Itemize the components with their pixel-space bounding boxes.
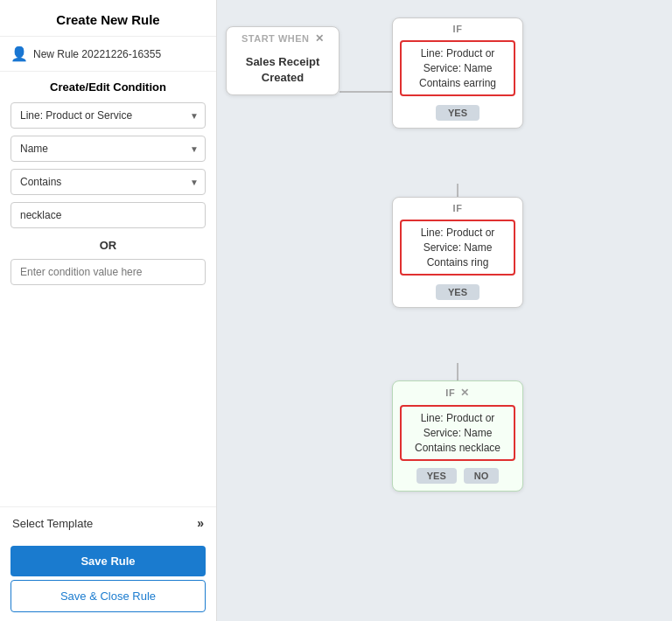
if-node-1: IF Line: Product or Service: Name Contai… [392, 17, 523, 129]
or-label: OR [0, 232, 216, 255]
if-node-2-yes-btn[interactable]: YES [436, 284, 480, 300]
panel-title: Create New Rule [0, 0, 216, 37]
start-when-label: START WHEN [242, 33, 310, 44]
left-panel: Create New Rule 👤 New Rule 20221226-1635… [0, 0, 217, 621]
if-node-3-header: IF ✕ [393, 381, 522, 401]
start-when-node: START WHEN ✕ Sales Receipt Created [226, 26, 340, 95]
name-dropdown[interactable]: Name Description SKU [10, 136, 206, 162]
save-close-rule-button[interactable]: Save & Close Rule [10, 580, 206, 612]
condition-placeholder-input[interactable] [10, 259, 206, 285]
flow-canvas: START WHEN ✕ Sales Receipt Created IF Li… [217, 0, 672, 621]
if-node-3-yes-btn[interactable]: YES [416, 468, 457, 484]
if-node-3-close-icon[interactable]: ✕ [460, 387, 470, 399]
contains-dropdown[interactable]: Contains Equals Starts with Ends with [10, 169, 206, 195]
if-node-2-header: IF [393, 198, 522, 216]
if-node-3-condition: Line: Product or Service: Name Contains … [400, 405, 515, 461]
start-when-body: Sales Receipt Created [227, 47, 339, 94]
value-input[interactable] [10, 202, 206, 228]
if-node-1-header: IF [393, 18, 522, 37]
if-node-3-no-btn[interactable]: NO [464, 468, 500, 484]
canvas-inner: START WHEN ✕ Sales Receipt Created IF Li… [217, 0, 672, 621]
if-node-2-condition: Line: Product or Service: Name Contains … [400, 220, 515, 276]
if-node-2: IF Line: Product or Service: Name Contai… [392, 197, 523, 308]
contains-dropdown-row: Contains Equals Starts with Ends with ▼ [10, 169, 206, 195]
start-when-header: START WHEN ✕ [227, 27, 339, 47]
rule-name-row: 👤 New Rule 20221226-16355 [0, 37, 216, 72]
save-rule-button[interactable]: Save Rule [10, 546, 206, 576]
select-template-label: Select Template [12, 517, 93, 530]
if-node-1-yes-btn[interactable]: YES [436, 105, 480, 121]
if-node-3: IF ✕ Line: Product or Service: Name Cont… [392, 380, 523, 492]
rule-name-text: New Rule 20221226-16355 [33, 48, 161, 60]
name-dropdown-row: Name Description SKU ▼ [10, 136, 206, 162]
rule-icon: 👤 [10, 45, 28, 62]
product-service-dropdown[interactable]: Line: Product or Service Customer Amount [10, 102, 206, 129]
if-node-3-btn-row: YES NO [393, 464, 522, 491]
if-node-1-condition: Line: Product or Service: Name Contains … [400, 40, 515, 96]
chevron-double-icon: » [197, 516, 204, 530]
start-close-icon[interactable]: ✕ [315, 32, 325, 45]
product-service-dropdown-row: Line: Product or Service Customer Amount… [10, 102, 206, 129]
select-template-row[interactable]: Select Template » [0, 506, 216, 539]
condition-section-label: Create/Edit Condition [0, 72, 216, 99]
